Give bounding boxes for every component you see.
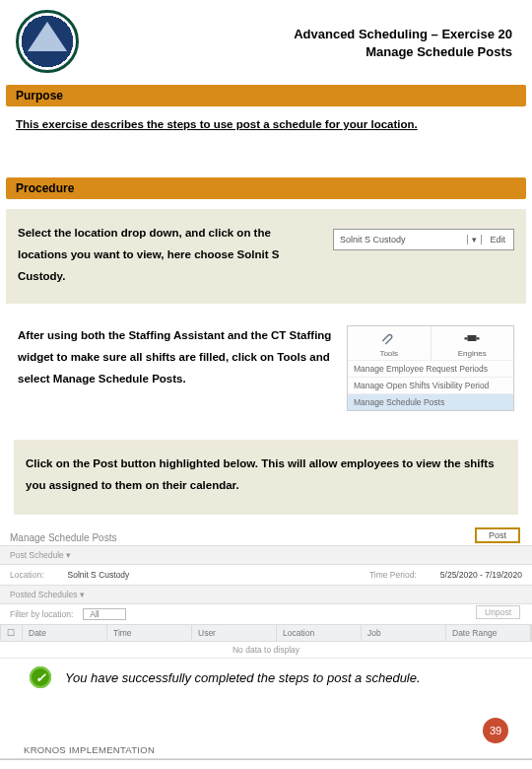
time-period-label: Time Period:	[369, 570, 417, 580]
purpose-text: This exercise describes the steps to use…	[6, 110, 526, 148]
wrench-icon	[380, 331, 398, 345]
step-1-block: Select the location drop down, and click…	[6, 209, 526, 304]
unpost-button: Unpost	[476, 605, 520, 619]
step-2-text: After using both the Staffing Assistant …	[18, 325, 333, 390]
menu-item-manage-schedule-posts: Manage Schedule Posts	[348, 393, 513, 410]
tools-icon-cell: Tools	[348, 326, 432, 360]
filter-row: Filter by location: All Unpost	[0, 604, 532, 624]
manage-schedule-posts-screenshot: Manage Schedule Posts Post Schedule ▾ Lo…	[0, 526, 532, 659]
post-schedule-fields: Location: Solnit S Custody Time Period: …	[0, 565, 532, 585]
col-date: Date	[23, 625, 107, 641]
svg-rect-1	[465, 337, 468, 339]
step-1-text: Select the location drop down, and click…	[18, 223, 319, 288]
title-line-2: Manage Schedule Posts	[294, 43, 512, 61]
col-location: Location	[277, 625, 362, 641]
col-time: Time	[107, 625, 192, 641]
checkbox-column: ☐	[1, 625, 23, 641]
col-job: Job	[362, 625, 446, 641]
logo-building-icon	[28, 22, 67, 61]
step-3-block: Click on the Post button highlighted bel…	[14, 440, 518, 515]
posted-schedules-label: Posted Schedules ▾	[10, 590, 85, 599]
schedule-table-header: ☐ Date Time User Location Job Date Range	[0, 624, 532, 642]
filter-value: All	[83, 608, 125, 620]
location-label: Location:	[10, 570, 44, 580]
checkmark-icon: ✓	[30, 666, 51, 688]
dialog-title: Manage Schedule Posts	[0, 526, 532, 545]
svg-rect-0	[468, 335, 477, 341]
page-title: Advanced Scheduling – Exercise 20 Manage…	[294, 26, 512, 60]
posted-schedules-bar: Posted Schedules ▾	[0, 585, 532, 604]
chevron-down-icon: ▾	[467, 235, 481, 245]
success-message: ✓ You have successfully completed the st…	[30, 666, 512, 688]
engine-icon	[463, 331, 481, 345]
procedure-heading: Procedure	[6, 177, 526, 199]
purpose-heading: Purpose	[6, 85, 526, 106]
filter-label: Filter by location:	[10, 609, 73, 619]
col-date-range: Date Range	[446, 625, 531, 641]
menu-item-open-shifts: Manage Open Shifts Visibility Period	[348, 377, 513, 393]
step-3-text: Click on the Post button highlighted bel…	[26, 457, 495, 491]
page-number-badge: 39	[483, 718, 508, 743]
menu-item-employee-requests: Manage Employee Request Periods	[348, 360, 513, 377]
edit-button-label: Edit	[481, 235, 513, 245]
engines-label: Engines	[433, 349, 512, 358]
col-user: User	[192, 625, 277, 641]
state-seal-logo	[16, 10, 79, 73]
no-data-row: No data to display	[0, 642, 532, 659]
footer-text: KRONOS IMPLEMENTATION	[24, 744, 155, 755]
post-schedule-bar: Post Schedule ▾	[0, 545, 532, 565]
location-dropdown-screenshot: Solnit S Custody ▾ Edit	[333, 229, 514, 250]
post-schedule-label: Post Schedule ▾	[10, 550, 71, 560]
tools-dropdown-menu: Manage Employee Request Periods Manage O…	[348, 360, 513, 410]
step-2-block: After using both the Staffing Assistant …	[14, 319, 518, 421]
footer-divider	[0, 758, 532, 760]
location-dropdown-value: Solnit S Custody	[334, 235, 467, 245]
location-value: Solnit S Custody	[68, 570, 130, 580]
tools-menu-screenshot: Tools Engines Manage Employee Request Pe…	[347, 325, 514, 411]
post-button: Post	[475, 527, 520, 543]
tools-label: Tools	[350, 349, 429, 358]
svg-rect-2	[477, 337, 480, 339]
success-text: You have successfully completed the step…	[65, 670, 421, 685]
title-line-1: Advanced Scheduling – Exercise 20	[294, 26, 512, 43]
time-period-value: 5/25/2020 - 7/19/2020	[440, 570, 522, 580]
engines-icon-cell: Engines	[432, 326, 514, 360]
